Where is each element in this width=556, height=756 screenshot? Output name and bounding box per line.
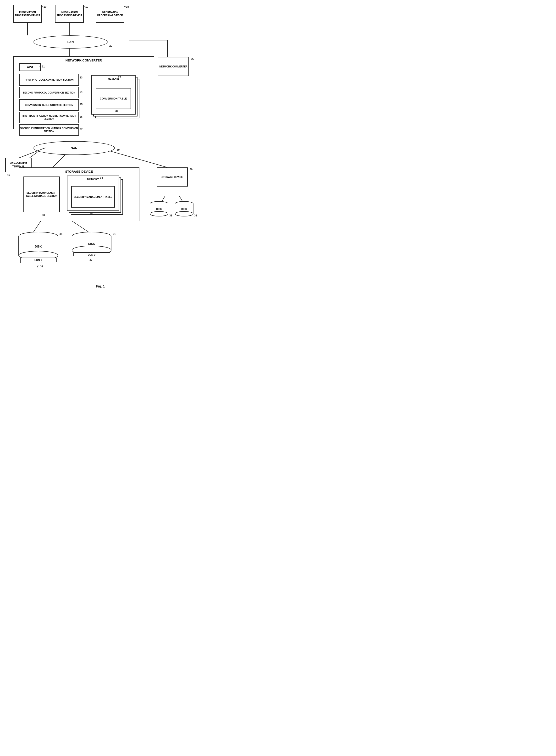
security-mgmt-storage-section: SECURITY MANAGEMENT TABLE STORAGE SECTIO… [24, 176, 60, 212]
san-ellipse: SAN [33, 141, 115, 155]
disk-right-1: DISK [149, 201, 169, 218]
label-31-4: 31 [113, 233, 116, 235]
label-25: 25 [80, 103, 82, 106]
label-32-2: 32 [90, 258, 92, 261]
label-10-1: 10 [43, 5, 46, 8]
svg-text:DISK: DISK [181, 208, 187, 210]
conversion-table-storage-section: CONVERSION TABLE STORAGE SECTION [19, 99, 79, 111]
svg-text:DISK: DISK [35, 245, 42, 248]
svg-text:DISK: DISK [156, 208, 162, 210]
label-30-1: 30 [117, 148, 119, 151]
svg-text:DISK: DISK [88, 242, 95, 246]
label-20-1: 20 [109, 44, 112, 47]
svg-point-19 [150, 211, 168, 216]
label-24: 24 [80, 91, 82, 93]
figure-caption: Fig. 1 [96, 284, 105, 288]
first-protocol-section: FIRST PROTOCOL CONVERSION SECTION [19, 74, 79, 85]
svg-line-7 [53, 153, 67, 167]
tilde-3: ~ [124, 5, 126, 9]
info-device-3: INFORMATION PROCESSING DEVICE [96, 5, 124, 23]
second-protocol-section: SECOND PROTOCOL CONVERSION SECTION [19, 87, 79, 98]
label-21: 21 [42, 65, 45, 68]
tilde-1: ~ [41, 5, 43, 9]
security-mgmt-table-box: SECURITY MANAGEMENT TABLE [71, 186, 115, 208]
label-35: 35 [90, 212, 93, 214]
svg-point-25 [175, 211, 193, 216]
label-28: 28 [115, 109, 118, 112]
network-converter-side: NETWORK CONVERTER [158, 57, 189, 76]
conversion-table-box: CONVERSION TABLE [96, 88, 131, 109]
svg-text:LUN  0: LUN 0 [34, 259, 42, 262]
label-20-2: 20 [191, 58, 194, 60]
label-31-3: 31 [60, 233, 62, 235]
label-33: 33 [42, 214, 45, 216]
diagram: INFORMATION PROCESSING DEVICE 10 ~ INFOR… [0, 0, 215, 292]
label-40: 40 [7, 173, 10, 176]
svg-text:LUN  1: LUN 1 [27, 263, 35, 263]
label-32-1-lbrace: { [37, 265, 38, 268]
label-31-1: 31 [169, 214, 172, 217]
svg-text:LUN  0: LUN 0 [88, 253, 96, 256]
label-10-2: 10 [85, 5, 88, 8]
label-27: 27 [80, 128, 82, 131]
label-32-1: 32 [40, 265, 43, 268]
label-23: 23 [80, 76, 82, 79]
disk-bottom-1: DISK LUN 0 LUN 1 [18, 232, 59, 263]
label-30-2: 30 [189, 168, 193, 171]
cpu-box: CPU [19, 63, 41, 71]
second-id-section: SECOND IDENTIFICATION NUMBER CONVERSION … [19, 124, 79, 136]
label-22: 22 [118, 76, 121, 79]
first-id-section: FIRST IDENTIFICATION NUMBER CONVERSION S… [19, 112, 79, 123]
storage-device-side: STORAGE DEVICE [157, 167, 188, 186]
label-31-2: 31 [194, 214, 197, 217]
lan-ellipse: LAN [33, 35, 108, 48]
label-10-3: 10 [126, 5, 129, 8]
label-26: 26 [80, 115, 82, 118]
label-34: 34 [100, 176, 103, 179]
svg-line-8 [100, 148, 167, 167]
info-device-2: INFORMATION PROCESSING DEVICE [55, 5, 84, 23]
tilde-21: ~ [39, 65, 41, 68]
tilde-2: ~ [83, 5, 85, 9]
disk-bottom-2: DISK LUN 0 [71, 232, 112, 256]
info-device-1: INFORMATION PROCESSING DEVICE [13, 5, 42, 23]
disk-right-2: DISK [175, 201, 194, 218]
